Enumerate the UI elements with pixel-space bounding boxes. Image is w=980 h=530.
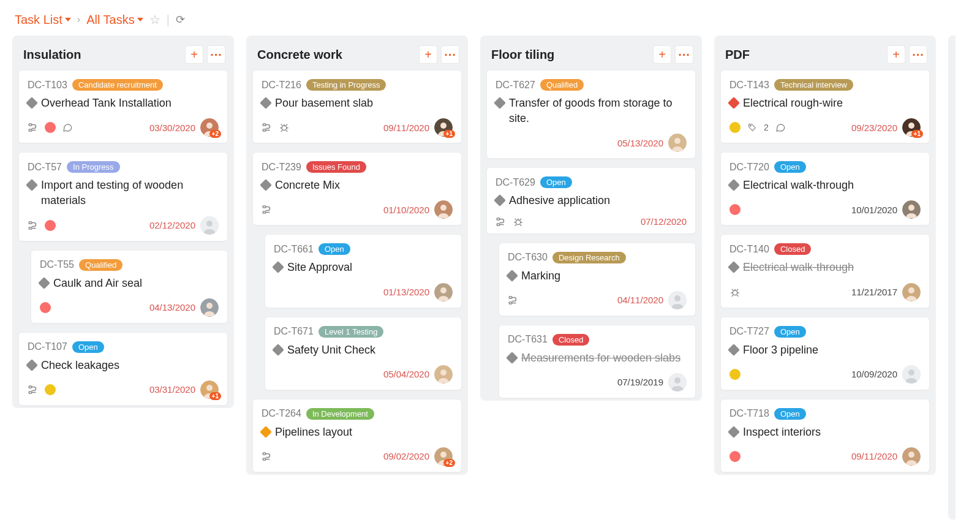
breadcrumb-all-tasks[interactable]: All Tasks xyxy=(86,13,143,27)
card-header: DC-T629Open xyxy=(496,176,687,188)
svg-point-44 xyxy=(908,123,914,129)
priority-diamond-icon xyxy=(494,194,506,206)
card-footer: 03/30/2020+2 xyxy=(28,118,219,137)
card-header: DC-T718Open xyxy=(729,408,921,420)
task-card[interactable]: DC-T718OpenInspect interiors09/11/2020 xyxy=(720,399,930,472)
assignee-avatar xyxy=(902,283,921,301)
task-card[interactable]: DC-T216Testing in ProgressPour basement … xyxy=(252,70,462,143)
card-id: DC-T627 xyxy=(496,80,535,91)
card-title: Safety Unit Check xyxy=(287,343,375,358)
card-header: DC-T631Closed xyxy=(508,334,687,346)
column-more-button[interactable]: ··· xyxy=(441,45,459,64)
svg-point-46 xyxy=(908,205,914,211)
card-footer-left xyxy=(40,302,51,313)
task-card[interactable]: DC-T143Technical interviewElectrical rou… xyxy=(720,70,930,143)
assignee-avatar-wrap[interactable]: +2 xyxy=(200,118,219,137)
card-title-row: Overhead Tank Installation xyxy=(28,96,219,111)
task-card[interactable]: DC-T57In ProgressImport and testing of w… xyxy=(18,152,228,241)
card-footer-right: 09/23/2020+1 xyxy=(851,118,921,137)
task-card[interactable]: DC-T631ClosedMeasurements for wooden sla… xyxy=(499,325,696,398)
extra-assignees-badge: +1 xyxy=(443,130,455,138)
status-badge: Open xyxy=(540,176,572,188)
card-footer-left xyxy=(28,384,56,395)
assignee-avatar-wrap[interactable] xyxy=(902,447,921,466)
assignee-avatar-wrap[interactable] xyxy=(668,291,687,309)
card-footer: 209/23/2020+1 xyxy=(729,118,921,137)
column-more-button[interactable]: ··· xyxy=(675,45,693,64)
svg-rect-34 xyxy=(497,224,500,225)
card-footer-left xyxy=(262,451,273,462)
assignee-avatar xyxy=(668,134,687,152)
task-card[interactable]: DC-T629OpenAdhesive application07/12/202… xyxy=(486,167,696,233)
assignee-avatar-wrap[interactable]: +1 xyxy=(902,118,921,137)
divider: | xyxy=(167,13,170,27)
task-card[interactable]: DC-T627QualifiedTransfer of goods from s… xyxy=(486,70,696,159)
task-card[interactable]: DC-T661OpenSite Approval01/13/2020 xyxy=(265,234,462,308)
task-card[interactable]: DC-T239Issues FoundConcrete Mix01/10/202… xyxy=(252,152,462,225)
assignee-avatar-wrap[interactable] xyxy=(668,373,687,392)
card-title-row: Inspect interiors xyxy=(729,425,921,440)
card-date: 07/12/2020 xyxy=(641,216,687,227)
card-list: DC-T103Candidate recruitmentOverhead Tan… xyxy=(12,70,234,406)
card-date: 07/19/2019 xyxy=(617,377,663,387)
task-card[interactable]: DC-T103Candidate recruitmentOverhead Tan… xyxy=(18,70,228,143)
comment-icon xyxy=(775,122,786,133)
card-header: DC-T57In Progress xyxy=(28,161,219,173)
priority-diamond-icon xyxy=(26,97,38,109)
card-header: DC-T671Level 1 Testing xyxy=(274,326,453,338)
assignee-avatar-wrap[interactable] xyxy=(434,200,453,219)
card-footer-right: 03/30/2020+2 xyxy=(149,118,219,137)
star-icon[interactable]: ☆ xyxy=(149,12,160,27)
comment-icon xyxy=(62,122,73,133)
status-badge: In Progress xyxy=(67,161,119,173)
task-card[interactable]: DC-T55QualifiedCaulk and Air seal04/13/2… xyxy=(31,250,228,324)
column-more-button[interactable]: ··· xyxy=(207,45,225,64)
add-card-button[interactable]: + xyxy=(887,45,905,64)
task-card[interactable]: DC-T264In DevelopmentPipelines layout09/… xyxy=(252,399,462,472)
card-date: 04/11/2020 xyxy=(617,295,663,305)
assignee-avatar-wrap[interactable] xyxy=(902,200,921,219)
refresh-icon[interactable]: ⟳ xyxy=(176,13,185,26)
card-footer-left xyxy=(262,122,290,133)
svg-rect-11 xyxy=(29,392,32,393)
card-date: 09/11/2020 xyxy=(383,123,429,133)
assignee-avatar-wrap[interactable]: +1 xyxy=(434,118,453,137)
breadcrumb-task-list[interactable]: Task List xyxy=(15,13,71,27)
assignee-avatar-wrap[interactable] xyxy=(902,365,921,384)
task-card[interactable]: DC-T727OpenFloor 3 pipeline10/09/2020 xyxy=(720,317,930,390)
assignee-avatar-wrap[interactable]: +2 xyxy=(434,447,453,466)
assignee-avatar-wrap[interactable] xyxy=(902,283,921,301)
card-id: DC-T140 xyxy=(729,244,769,255)
add-card-button[interactable]: + xyxy=(653,45,671,64)
card-footer-right: 04/11/2020 xyxy=(617,291,687,309)
status-badge: Technical interview xyxy=(774,79,853,91)
status-badge: Issues Found xyxy=(306,161,366,173)
assignee-avatar-wrap[interactable] xyxy=(200,298,219,317)
card-id: DC-T239 xyxy=(262,162,301,173)
card-title-row: Import and testing of wooden materials xyxy=(28,178,219,208)
task-card[interactable]: DC-T630Design ResearchMarking04/11/2020 xyxy=(499,243,696,316)
svg-rect-37 xyxy=(509,302,512,304)
caret-down-icon xyxy=(65,18,71,21)
task-card[interactable]: DC-T140ClosedElectrical walk-through11/2… xyxy=(720,234,930,308)
card-footer-left xyxy=(729,451,741,462)
add-card-button[interactable]: + xyxy=(419,45,437,64)
task-card[interactable]: DC-T671Level 1 TestingSafety Unit Check0… xyxy=(265,317,462,390)
breadcrumb-all-tasks-label: All Tasks xyxy=(86,13,135,27)
task-card[interactable]: DC-T107OpenCheck leakages03/31/2020+1 xyxy=(18,332,228,406)
card-footer: 07/19/2019 xyxy=(508,373,687,392)
assignee-avatar-wrap[interactable] xyxy=(434,283,453,301)
priority-dot-red xyxy=(45,220,56,231)
subtask-icon xyxy=(262,451,273,462)
assignee-avatar-wrap[interactable] xyxy=(668,134,687,152)
assignee-avatar xyxy=(434,283,453,301)
add-card-button[interactable]: + xyxy=(185,45,203,64)
card-footer-right: 05/13/2020 xyxy=(617,134,687,152)
card-title-row: Safety Unit Check xyxy=(274,343,453,358)
assignee-avatar-wrap[interactable] xyxy=(434,365,453,384)
assignee-avatar-wrap[interactable] xyxy=(200,216,219,235)
task-card[interactable]: DC-T720OpenElectrical walk-through10/01/… xyxy=(720,152,930,225)
column-more-button[interactable]: ··· xyxy=(909,45,927,64)
assignee-avatar-wrap[interactable]: +1 xyxy=(200,380,219,399)
card-title-row: Electrical walk-through xyxy=(729,260,921,275)
